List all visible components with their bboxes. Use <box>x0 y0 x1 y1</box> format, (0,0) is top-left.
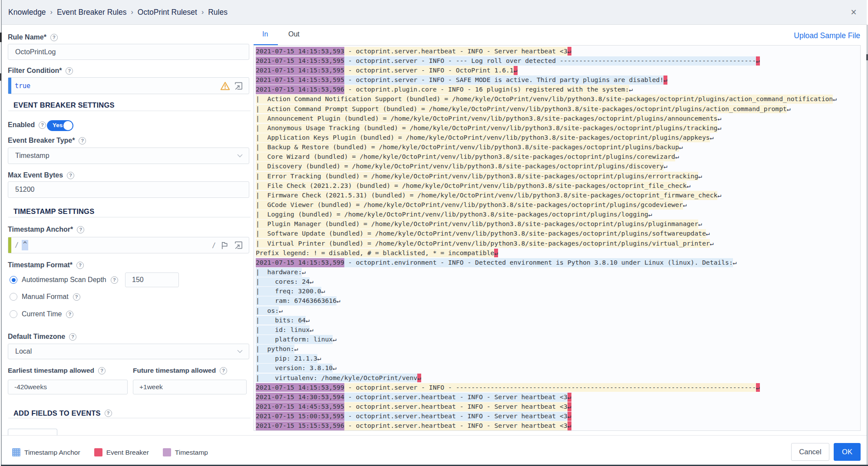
log-line: 2021-07-15 15:15:53,596 - octoprint.serv… <box>256 421 860 430</box>
radio-manual-format[interactable]: Manual Format ? <box>10 293 80 301</box>
breadcrumb-item-knowledge[interactable]: Knowledge <box>8 8 46 17</box>
help-icon[interactable]: ? <box>98 367 106 374</box>
log-line: | Virtual Printer (bundled) = /home/kyle… <box>256 239 860 248</box>
modal-header: Knowledge › Event Breaker Rules › OctoPr… <box>2 0 867 25</box>
help-icon[interactable]: ? <box>66 311 73 318</box>
log-line-text: | ram: 67463663616 <box>256 296 337 305</box>
timestamp-format-label: Timestamp Format* ? <box>8 261 84 269</box>
help-icon[interactable]: ? <box>79 137 86 144</box>
event-breaker-mark: ↵ <box>514 66 518 75</box>
breadcrumb-item-rules[interactable]: Rules <box>208 8 228 17</box>
help-icon[interactable]: ? <box>105 410 112 417</box>
future-timestamp-value: +1week <box>139 383 163 391</box>
timestamp-highlight: 2021-07-15 14:15:53,595 <box>256 56 344 66</box>
ok-button[interactable]: OK <box>834 443 861 461</box>
log-line-text: | os: <box>256 306 279 315</box>
section-timestamp-settings: TIMESTAMP SETTINGS <box>13 207 94 216</box>
timestamp-highlight: 2021-07-15 14:15:53,593 <box>256 47 344 56</box>
log-line-text: - octoprint.server.heartbeat - INFO - Se… <box>344 421 568 430</box>
log-line-text: | hardware: <box>256 268 302 277</box>
earliest-timestamp-input[interactable]: -420weeks <box>8 380 128 394</box>
newline-glyph: ↵ <box>717 124 721 133</box>
tab-in[interactable]: In <box>262 30 268 41</box>
expand-editor-icon[interactable] <box>234 81 244 91</box>
event-breaker-type-select[interactable]: Timestamp <box>8 148 249 164</box>
help-icon[interactable]: ? <box>50 34 58 41</box>
timestamp-anchor-value: ^ <box>22 240 28 250</box>
toggle-state-label: Yes <box>53 122 63 128</box>
breadcrumb-separator: › <box>50 8 53 16</box>
future-timestamp-input[interactable]: +1week <box>133 380 247 394</box>
log-line-text: | freq: 3200.0 <box>256 287 321 296</box>
log-line-text: - octoprint.server - INFO - --- Log roll… <box>344 56 756 66</box>
tab-out[interactable]: Out <box>288 30 300 41</box>
default-timezone-label: Default Timezone ? <box>8 332 76 341</box>
filter-condition-input[interactable]: true <box>8 77 249 94</box>
log-line-text: | Plugin Manager (bundled) = /home/kyle/… <box>256 220 698 229</box>
event-breaker-mark: ↵ <box>568 402 571 411</box>
newline-glyph: ↵ <box>333 335 337 344</box>
log-line: | Action Command Prompt Support (bundled… <box>256 104 860 114</box>
radio-unselected-icon <box>10 310 17 318</box>
section-event-breaker-settings: EVENT BREAKER SETTINGS <box>13 101 115 109</box>
log-line: | Firmware Check (2021.5.31) (bundled) =… <box>256 190 860 200</box>
help-icon[interactable]: ? <box>67 172 74 179</box>
log-line: | virtualenv: /home/kyle/OctoPrint/venv↵ <box>256 373 860 383</box>
help-icon[interactable]: ? <box>76 262 84 269</box>
help-icon[interactable]: ? <box>73 293 80 301</box>
left-scrollbar-thumb[interactable] <box>0 33 2 42</box>
default-timezone-select[interactable]: Local <box>8 344 249 359</box>
upload-sample-file-link[interactable]: Upload Sample File <box>794 31 860 40</box>
right-scrollbar-thumb[interactable] <box>866 54 868 60</box>
help-icon[interactable]: ? <box>220 367 227 374</box>
log-line: 2021-07-15 15:00:53,595 - octoprint.serv… <box>256 411 860 421</box>
radio-label: Current Time <box>22 310 62 318</box>
radio-autotimestamp-scan-depth[interactable]: Autotimestamp Scan Depth ? <box>10 276 118 284</box>
anchor-accent-bar <box>8 237 11 253</box>
log-line: | Core Wizard (bundled) = /home/kyle/Oct… <box>256 152 860 162</box>
rule-name-input[interactable]: OctoPrintLog <box>8 44 249 60</box>
regex-flags-icon[interactable] <box>220 241 229 250</box>
log-line-text: - octoprint.server.heartbeat - INFO - Se… <box>344 412 568 421</box>
log-line-text: | version: 3.8.10 <box>256 364 333 373</box>
scan-depth-input[interactable]: 150 <box>125 272 179 287</box>
log-line-text: | Action Command Notification Support (b… <box>256 95 833 104</box>
event-breaker-mark: ↵ <box>663 75 667 85</box>
help-icon[interactable]: ? <box>39 121 46 129</box>
cancel-button[interactable]: Cancel <box>791 443 829 461</box>
max-event-bytes-input[interactable]: 51200 <box>8 181 249 198</box>
section-title: ADD FIELDS TO EVENTS <box>13 409 101 417</box>
legend-item-event-breaker: Event Breaker <box>94 448 149 456</box>
legend-label: Timestamp Anchor <box>24 449 80 456</box>
log-line: | hardware:↵ <box>256 267 860 277</box>
radio-current-time[interactable]: Current Time ? <box>10 310 73 318</box>
help-icon[interactable]: ? <box>69 333 76 341</box>
earliest-timestamp-label: Earliest timestamp allowed ? <box>8 366 106 375</box>
expand-editor-icon[interactable] <box>234 240 244 250</box>
timestamp-highlight: 2021-07-15 14:15:53,595 <box>256 75 344 85</box>
enabled-label-text: Enabled <box>8 121 35 129</box>
toggle-knob <box>63 121 73 130</box>
log-line-text: | Action Command Prompt Support (bundled… <box>256 105 787 114</box>
event-breaker-type-value: Timestamp <box>15 152 50 160</box>
timestamp-highlight: 2021-07-15 14:15:53,595 <box>256 66 344 75</box>
timestamp-swatch <box>163 448 171 456</box>
close-icon[interactable]: × <box>848 6 860 18</box>
log-line-text: | Anonymous Usage Tracking (bundled) = /… <box>256 124 717 133</box>
timestamp-anchor-input[interactable]: / ^ / <box>8 237 249 253</box>
enabled-toggle[interactable]: Yes <box>47 120 73 131</box>
help-icon[interactable]: ? <box>77 226 84 233</box>
help-icon[interactable]: ? <box>66 67 73 75</box>
radio-label: Autotimestamp Scan Depth <box>22 276 106 284</box>
log-line-text: - octoprint.plugin.core - INFO - 16 plug… <box>344 85 629 94</box>
log-line: 2021-07-15 14:15:53,595 - octoprint.serv… <box>256 66 860 75</box>
breadcrumb: Knowledge › Event Breaker Rules › OctoPr… <box>8 0 228 24</box>
help-icon[interactable]: ? <box>111 276 118 284</box>
sample-preview-pane[interactable]: 2021-07-15 14:15:53,593 - octoprint.serv… <box>254 45 861 431</box>
breadcrumb-item-octoprint-ruleset[interactable]: OctoPrint Ruleset <box>138 8 197 17</box>
timestamp-format-label-text: Timestamp Format* <box>8 261 73 269</box>
breadcrumb-separator: › <box>131 8 133 16</box>
newline-glyph: ↵ <box>629 85 633 94</box>
future-timestamp-label-text: Future timestamp allowed <box>133 367 216 374</box>
breadcrumb-item-event-breaker-rules[interactable]: Event Breaker Rules <box>57 8 127 17</box>
